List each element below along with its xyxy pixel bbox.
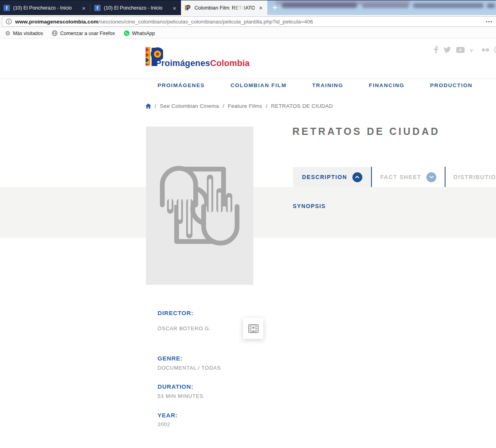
genre-label: GENRE: — [158, 355, 183, 362]
genre-value: DOCUMENTAL / TODAS — [158, 365, 221, 371]
tab-title: (10) El Poncherazo - Inicio — [104, 5, 168, 11]
tab-title: Colombian Film: RETRATOS DE — [195, 5, 255, 11]
director-value: ÓSCAR BOTERO G. — [158, 325, 211, 331]
duration-value: 53 MIN MINUTES — [158, 393, 203, 399]
new-tab-button[interactable]: + — [270, 2, 280, 13]
nav-item-production[interactable]: PRODUCTION — [430, 82, 473, 88]
no-image-hands-icon — [156, 150, 243, 261]
site-logo[interactable]: ProimágenesColombia — [156, 58, 250, 68]
close-icon[interactable]: × — [171, 5, 177, 12]
main-nav: PROIMÁGENES COLOMBIAN FILM TRAINING FINA… — [158, 82, 473, 88]
page-info-icon[interactable] — [6, 18, 12, 25]
url-text: www.proimagenescolombia.com/secciones/ci… — [15, 19, 313, 25]
breadcrumb-item[interactable]: See Colombian Cinema — [160, 103, 219, 109]
bookmark-firefox-start[interactable]: Comenzar a usar Firefox — [52, 30, 115, 36]
duration-label: DURATION: — [158, 383, 193, 390]
browser-tab-strip: + f (10) El Poncherazo - Inicio × f (10)… — [0, 0, 496, 15]
nav-item-colombian-film[interactable]: COLOMBIAN FILM — [230, 82, 286, 88]
breadcrumb: / See Colombian Cinema / Feature Films /… — [146, 103, 333, 109]
globe-icon — [52, 30, 58, 36]
facebook-favicon: f — [94, 5, 101, 11]
home-icon[interactable] — [146, 103, 151, 109]
gear-icon: ⚙ — [5, 30, 10, 36]
whatsapp-icon — [124, 30, 130, 36]
twitter-icon[interactable] — [443, 47, 451, 53]
chevron-down-icon — [426, 172, 436, 182]
tab-fact-sheet[interactable]: FACT SHEET — [372, 167, 445, 187]
chevron-up-icon — [352, 172, 362, 182]
year-label: YEAR: — [158, 412, 178, 419]
social-icons: v — [434, 46, 496, 53]
nav-item-financing[interactable]: FINANCING — [369, 82, 404, 88]
tab-distribution[interactable]: DISTRIBUTION — [445, 167, 496, 187]
vimeo-icon[interactable]: v — [470, 47, 477, 53]
background-window-blur — [267, 0, 496, 15]
director-label: DIRECTOR: — [158, 310, 193, 316]
header-divider — [0, 78, 496, 79]
tab-title: (10) El Poncherazo - Inicio — [13, 5, 78, 11]
film-poster-placeholder — [146, 127, 253, 285]
page-actions-icon[interactable]: ••• — [486, 19, 493, 24]
breadcrumb-item-current: RETRATOS DE CIUDAD — [271, 103, 333, 109]
browser-tab-active[interactable]: Colombian Film: RETRATOS DE × — [181, 0, 267, 15]
close-icon[interactable]: × — [81, 5, 87, 12]
proimagenes-favicon — [185, 4, 191, 11]
bookmark-whatsapp[interactable]: WhatsApp — [124, 30, 155, 36]
flickr-icon[interactable] — [482, 48, 489, 52]
breadcrumb-item[interactable]: Feature Films — [228, 103, 262, 109]
tab-description[interactable]: DESCRIPTION — [293, 167, 371, 187]
instagram-icon[interactable] — [494, 46, 496, 53]
close-icon[interactable]: × — [258, 4, 264, 11]
browser-tab-2[interactable]: f (10) El Poncherazo - Inicio × — [91, 1, 181, 15]
bookmarks-bar: ⚙ Más visitados Comenzar a usar Firefox … — [0, 28, 496, 39]
facebook-favicon: f — [4, 5, 10, 11]
nav-item-proimagenes[interactable]: PROIMÁGENES — [158, 82, 205, 88]
nav-item-training[interactable]: TRAINING — [312, 82, 343, 88]
svg-text:v: v — [470, 47, 473, 53]
browser-toolbar: www.proimagenescolombia.com/secciones/ci… — [0, 15, 496, 29]
youtube-icon[interactable] — [456, 47, 465, 53]
year-value: 2002 — [158, 421, 170, 427]
browser-tab-1[interactable]: f (10) El Poncherazo - Inicio × — [0, 1, 90, 15]
browser-window: + f (10) El Poncherazo - Inicio × f (10)… — [0, 0, 496, 448]
synopsis-heading: SYNOPSIS — [293, 203, 326, 209]
page-title: RETRATOS DE CIUDAD — [292, 126, 440, 137]
url-bar[interactable]: www.proimagenescolombia.com/secciones/ci… — [2, 16, 496, 27]
bookmark-mas-visitados[interactable]: ⚙ Más visitados — [5, 30, 43, 36]
facebook-icon[interactable] — [434, 46, 438, 53]
filmstrip-person-icon — [248, 323, 259, 334]
director-filmography-button[interactable] — [243, 318, 263, 339]
